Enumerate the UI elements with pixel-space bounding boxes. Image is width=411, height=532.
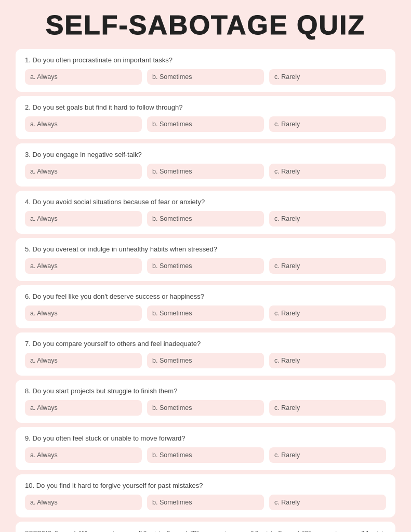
option-btn-q2-2[interactable]: c. Rarely (269, 116, 386, 132)
option-btn-q4-1[interactable]: b. Sometimes (147, 211, 264, 227)
option-btn-q1-0[interactable]: a. Always (25, 69, 142, 85)
question-text-2: 2. Do you set goals but find it hard to … (25, 103, 386, 111)
option-btn-q7-1[interactable]: b. Sometimes (147, 353, 264, 368)
options-row-1: a. Alwaysb. Sometimesc. Rarely (25, 69, 386, 85)
option-btn-q7-2[interactable]: c. Rarely (269, 353, 386, 368)
question-text-8: 8. Do you start projects but struggle to… (25, 387, 386, 395)
option-btn-q3-1[interactable]: b. Sometimes (147, 164, 264, 179)
quiz-container: 1. Do you often procrastinate on importa… (16, 49, 395, 517)
option-btn-q9-1[interactable]: b. Sometimes (147, 447, 264, 463)
option-btn-q1-1[interactable]: b. Sometimes (147, 69, 264, 85)
question-text-9: 9. Do you often feel stuck or unable to … (25, 434, 386, 442)
option-btn-q5-1[interactable]: b. Sometimes (147, 258, 264, 274)
option-btn-q6-0[interactable]: a. Always (25, 305, 142, 321)
option-btn-q6-1[interactable]: b. Sometimes (147, 305, 264, 321)
question-card-2: 2. Do you set goals but find it hard to … (16, 96, 395, 139)
option-btn-q8-0[interactable]: a. Always (25, 400, 142, 416)
option-btn-q10-1[interactable]: b. Sometimes (147, 495, 264, 510)
option-btn-q3-0[interactable]: a. Always (25, 164, 142, 179)
options-row-8: a. Alwaysb. Sometimesc. Rarely (25, 400, 386, 416)
page-title: SELF-SABOTAGE QUIZ (46, 9, 366, 41)
option-btn-q10-2[interactable]: c. Rarely (269, 495, 386, 510)
question-card-7: 7. Do you compare yourself to others and… (16, 332, 395, 376)
question-text-5: 5. Do you overeat or indulge in unhealth… (25, 245, 386, 253)
question-card-10: 10. Do you find it hard to forgive yours… (16, 474, 395, 517)
option-btn-q10-0[interactable]: a. Always (25, 495, 142, 510)
options-row-9: a. Alwaysb. Sometimesc. Rarely (25, 447, 386, 463)
question-card-5: 5. Do you overeat or indulge in unhealth… (16, 238, 395, 281)
option-btn-q8-1[interactable]: b. Sometimes (147, 400, 264, 416)
question-text-6: 6. Do you feel like you don't deserve su… (25, 292, 386, 300)
option-btn-q2-1[interactable]: b. Sometimes (147, 116, 264, 132)
scoring-intro: SCORING: For each "A" answer, give yours… (25, 529, 386, 532)
question-text-10: 10. Do you find it hard to forgive yours… (25, 482, 386, 489)
question-text-4: 4. Do you avoid social situations becaus… (25, 198, 386, 206)
option-btn-q8-2[interactable]: c. Rarely (269, 400, 386, 416)
question-card-6: 6. Do you feel like you don't deserve su… (16, 285, 395, 328)
option-btn-q3-2[interactable]: c. Rarely (269, 164, 386, 179)
option-btn-q9-0[interactable]: a. Always (25, 447, 142, 463)
option-btn-q6-2[interactable]: c. Rarely (269, 305, 386, 321)
question-text-1: 1. Do you often procrastinate on importa… (25, 56, 386, 64)
question-card-1: 1. Do you often procrastinate on importa… (16, 49, 395, 92)
options-row-7: a. Alwaysb. Sometimesc. Rarely (25, 353, 386, 368)
options-row-3: a. Alwaysb. Sometimesc. Rarely (25, 164, 386, 179)
question-card-3: 3. Do you engage in negative self-talk?a… (16, 143, 395, 187)
question-card-4: 4. Do you avoid social situations becaus… (16, 191, 395, 234)
question-text-3: 3. Do you engage in negative self-talk? (25, 151, 386, 158)
options-row-5: a. Alwaysb. Sometimesc. Rarely (25, 258, 386, 274)
question-card-8: 8. Do you start projects but struggle to… (16, 380, 395, 423)
scoring-section: SCORING: For each "A" answer, give yours… (16, 522, 395, 532)
question-card-9: 9. Do you often feel stuck or unable to … (16, 427, 395, 470)
options-row-10: a. Alwaysb. Sometimesc. Rarely (25, 495, 386, 510)
options-row-6: a. Alwaysb. Sometimesc. Rarely (25, 305, 386, 321)
option-btn-q5-2[interactable]: c. Rarely (269, 258, 386, 274)
option-btn-q4-2[interactable]: c. Rarely (269, 211, 386, 227)
options-row-2: a. Alwaysb. Sometimesc. Rarely (25, 116, 386, 132)
question-text-7: 7. Do you compare yourself to others and… (25, 340, 386, 348)
option-btn-q7-0[interactable]: a. Always (25, 353, 142, 368)
option-btn-q5-0[interactable]: a. Always (25, 258, 142, 274)
option-btn-q4-0[interactable]: a. Always (25, 211, 142, 227)
option-btn-q1-2[interactable]: c. Rarely (269, 69, 386, 85)
options-row-4: a. Alwaysb. Sometimesc. Rarely (25, 211, 386, 227)
option-btn-q9-2[interactable]: c. Rarely (269, 447, 386, 463)
option-btn-q2-0[interactable]: a. Always (25, 116, 142, 132)
